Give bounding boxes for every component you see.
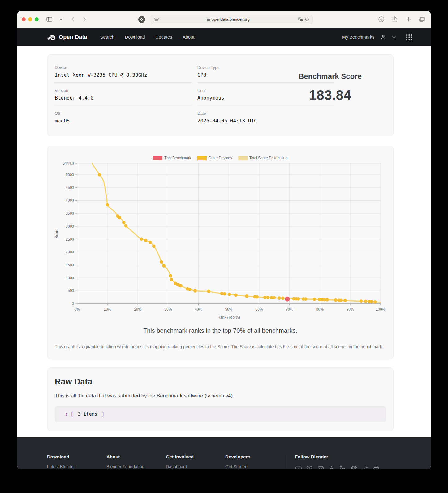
sidebar-icon[interactable] [45, 15, 54, 24]
footer-follow-section: Follow Blender [285, 454, 380, 469]
svg-text:2500: 2500 [66, 237, 74, 242]
tabs-overview-icon[interactable] [418, 15, 426, 24]
blender-tv-icon[interactable] [373, 465, 380, 469]
lock-icon [207, 18, 210, 21]
svg-text:Rank (Top %): Rank (Top %) [218, 315, 240, 319]
benchmark-info-card: Device Intel Xeon W-3235 CPU @ 3.30GHz V… [47, 54, 394, 136]
mastodon-icon[interactable] [351, 465, 357, 469]
footer-link[interactable]: Get Started [225, 464, 285, 469]
svg-text:5000: 5000 [66, 173, 74, 177]
field-label: Version [55, 88, 192, 93]
top-navbar: Open Data Search Download Updates About … [17, 28, 431, 46]
brand[interactable]: Open Data [47, 34, 87, 41]
json-items-count: 3 items [78, 411, 97, 417]
raw-data-card: Raw Data This is all the data that was s… [47, 367, 394, 431]
field-version: Version Blender 4.4.0 [55, 86, 192, 105]
footer-link[interactable]: Blender Foundation [106, 464, 166, 469]
legend-swatch-pale [238, 156, 248, 160]
minimize-window-button[interactable] [28, 17, 32, 21]
svg-text:0: 0 [72, 302, 74, 306]
apps-grid-icon[interactable] [406, 34, 412, 40]
nav-link-search[interactable]: Search [100, 35, 114, 40]
new-tab-icon[interactable] [404, 15, 413, 24]
browser-window: opendata.blender.org A [17, 11, 431, 469]
field-value: macOS [55, 118, 192, 124]
chevron-down-icon[interactable] [57, 15, 65, 24]
svg-text:2000: 2000 [66, 250, 74, 254]
svg-text:20%: 20% [134, 307, 141, 311]
forward-icon[interactable] [80, 15, 89, 24]
svg-text:70%: 70% [286, 307, 293, 311]
svg-text:Score: Score [54, 229, 59, 238]
svg-text:0%: 0% [74, 307, 80, 311]
legend-swatch-gold [197, 156, 207, 160]
json-bracket-close: ] [101, 411, 104, 417]
share-icon[interactable] [390, 15, 399, 24]
legend-item-this-benchmark: This Benchmark [153, 156, 191, 160]
legend-label: Total Score Distribution [249, 156, 287, 160]
user-menu-chevron-icon[interactable] [392, 36, 396, 38]
svg-text:80%: 80% [316, 307, 324, 311]
nav-link-about[interactable]: About [183, 35, 194, 40]
instagram-icon[interactable] [317, 465, 324, 469]
svg-text:90%: 90% [347, 307, 354, 311]
field-label: OS [55, 111, 192, 116]
facebook-icon[interactable] [328, 465, 335, 469]
youtube-icon[interactable] [295, 465, 302, 469]
chart-description: This graph is a quantile function which … [55, 342, 386, 351]
nav-link-download[interactable]: Download [125, 35, 145, 40]
linkedin-icon[interactable] [339, 465, 346, 469]
rank-chart-svg[interactable]: 0%10%20%30%40%50%60%70%80%90%100%5444.05… [47, 162, 394, 320]
reader-view-icon[interactable] [153, 16, 160, 23]
svg-text:3000: 3000 [66, 224, 74, 229]
svg-text:100%: 100% [376, 307, 386, 311]
benchmark-score-title: Benchmark Score [274, 72, 386, 81]
address-bar[interactable]: opendata.blender.org A [151, 15, 313, 24]
page-footer: Download Latest Blender Blender LTS Blen… [17, 437, 431, 469]
svg-text:500: 500 [68, 289, 74, 293]
field-value: Intel Xeon W-3235 CPU @ 3.30GHz [55, 72, 192, 78]
tiktok-icon[interactable] [362, 465, 368, 469]
rank-summary-text: This benchmark ranks in the top 70% of a… [47, 327, 393, 334]
legend-label: Other Devices [209, 156, 232, 160]
window-controls [22, 17, 39, 21]
footer-heading: Get Involved [166, 454, 225, 459]
footer-heading: About [106, 454, 166, 459]
field-os: OS macOS [55, 109, 192, 128]
footer-column-download: Download Latest Blender Blender LTS Blen… [47, 454, 106, 469]
footer-link[interactable]: Latest Blender [47, 464, 106, 469]
chart-legend: This Benchmark Other Devices Total Score… [47, 146, 393, 160]
user-icon[interactable] [381, 34, 386, 40]
legend-item-other-devices: Other Devices [197, 156, 232, 160]
url-text: opendata.blender.org [212, 17, 250, 22]
reload-icon[interactable] [304, 16, 310, 23]
svg-text:40%: 40% [195, 307, 202, 311]
translate-icon[interactable]: A [297, 16, 304, 23]
bluesky-icon[interactable] [306, 465, 313, 469]
follow-blender-heading: Follow Blender [295, 454, 380, 459]
zoom-window-button[interactable] [35, 17, 39, 21]
svg-text:4500: 4500 [66, 186, 74, 190]
raw-data-title: Raw Data [55, 377, 386, 387]
nav-link-updates[interactable]: Updates [155, 35, 172, 40]
svg-text:30%: 30% [164, 307, 172, 311]
blender-logo-icon [47, 34, 56, 41]
my-benchmarks-link[interactable]: My Benchmarks [342, 35, 374, 40]
back-icon[interactable] [68, 15, 77, 24]
raw-data-subtitle: This is all the data that was submitted … [55, 393, 386, 399]
extension-icon[interactable] [138, 16, 145, 23]
json-expand-icon[interactable]: ❯ [65, 412, 67, 416]
footer-column-developers: Developers Get Started Projects Docs [225, 454, 285, 469]
field-device: Device Intel Xeon W-3235 CPU @ 3.30GHz [55, 63, 192, 83]
legend-item-distribution: Total Score Distribution [238, 156, 287, 160]
browser-toolbar: opendata.blender.org A [17, 11, 431, 28]
svg-text:5444.0: 5444.0 [62, 162, 74, 165]
svg-text:A: A [299, 18, 300, 20]
close-window-button[interactable] [22, 17, 26, 21]
legend-label: This Benchmark [164, 156, 191, 160]
footer-link[interactable]: Dashboard [166, 464, 225, 469]
json-viewer: ❯ [ 3 items ] [55, 406, 386, 422]
downloads-icon[interactable] [377, 15, 386, 24]
footer-column-get-involved: Get Involved Dashboard Development Docum… [166, 454, 225, 469]
footer-column-about: About Blender Foundation Blender Institu… [106, 454, 166, 469]
